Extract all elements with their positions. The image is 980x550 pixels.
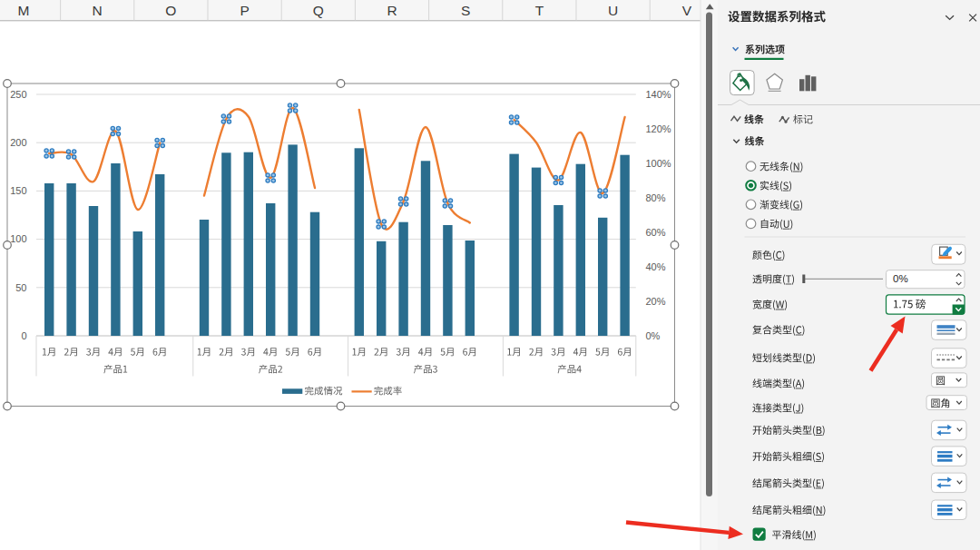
svg-text:S: S	[461, 3, 470, 18]
svg-text:T: T	[535, 3, 544, 18]
svg-text:120%: 120%	[646, 123, 671, 134]
svg-text:Q: Q	[313, 3, 324, 18]
svg-text:100: 100	[10, 233, 26, 244]
svg-text:50: 50	[15, 282, 26, 293]
svg-text:0: 0	[21, 330, 26, 341]
svg-text:140%: 140%	[646, 89, 671, 100]
svg-text:60%: 60%	[646, 227, 666, 238]
svg-text:O: O	[165, 3, 176, 18]
svg-text:80%: 80%	[646, 192, 666, 203]
svg-text:0%: 0%	[646, 330, 661, 341]
svg-text:20%: 20%	[646, 296, 666, 307]
svg-text:P: P	[240, 3, 249, 18]
svg-text:N: N	[93, 3, 103, 18]
svg-text:V: V	[682, 3, 692, 18]
svg-text:40%: 40%	[646, 261, 666, 272]
svg-text:100%: 100%	[646, 158, 671, 169]
svg-text:200: 200	[10, 137, 26, 148]
svg-text:M: M	[18, 3, 30, 18]
svg-text:150: 150	[10, 185, 26, 196]
svg-text:0%: 0%	[893, 273, 908, 284]
svg-text:R: R	[387, 3, 397, 18]
svg-text:U: U	[608, 3, 618, 18]
svg-text:250: 250	[10, 89, 26, 100]
